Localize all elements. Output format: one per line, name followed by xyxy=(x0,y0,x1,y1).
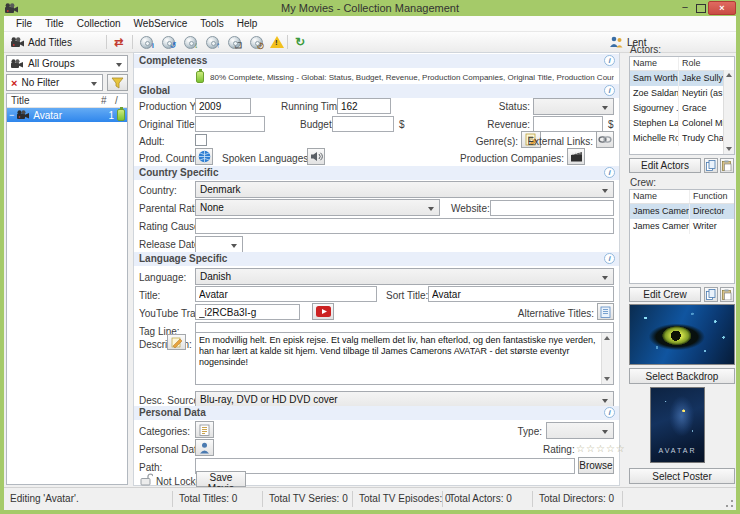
scroll-up-icon[interactable] xyxy=(604,336,610,340)
type-dropdown[interactable] xyxy=(546,422,614,439)
title-label: Title: xyxy=(139,290,160,301)
personal-data-button[interactable] xyxy=(195,439,214,456)
info-icon[interactable]: i xyxy=(604,55,615,66)
menu-tools[interactable]: Tools xyxy=(200,18,223,29)
alternative-titles-button[interactable] xyxy=(597,303,614,320)
menu-collection[interactable]: Collection xyxy=(77,18,121,29)
spoken-languages-button[interactable] xyxy=(307,148,325,165)
warning-icon[interactable]: ! xyxy=(267,34,287,50)
budget-field[interactable] xyxy=(332,116,394,132)
description-field[interactable]: En modvillig helt. En episk rejse. Et va… xyxy=(195,332,614,385)
edit-filter-button[interactable] xyxy=(107,74,128,91)
resize-grip[interactable] xyxy=(726,500,733,507)
crew-col-function[interactable]: Function xyxy=(690,190,734,203)
disc-profile-icon[interactable]: i xyxy=(137,34,156,50)
copy-actors-button[interactable] xyxy=(704,158,718,173)
crew-col-name[interactable]: Name xyxy=(630,190,690,203)
rating-cause-field[interactable] xyxy=(195,218,614,234)
scroll-down-icon[interactable] xyxy=(604,377,610,381)
poster-image: AVATAR xyxy=(650,387,705,463)
adult-checkbox[interactable] xyxy=(195,134,207,146)
disc-sync-icon[interactable]: ↺ xyxy=(159,34,178,50)
prod-countries-button[interactable] xyxy=(195,148,213,165)
import-icon[interactable]: ⇄ xyxy=(111,34,126,50)
edit-actors-button[interactable]: Edit Actors xyxy=(629,158,701,173)
scroll-up-icon[interactable] xyxy=(726,73,732,77)
save-movie-button[interactable]: Save Movie xyxy=(196,471,246,487)
actor-row[interactable]: Michelle Ro...Trudy Chacon xyxy=(630,131,734,146)
actors-col-role[interactable]: Role xyxy=(679,57,734,70)
browse-button[interactable]: Browse xyxy=(578,457,614,474)
column-flag[interactable]: / xyxy=(115,95,118,106)
status-total-actors: Total Actors: 0 xyxy=(449,493,512,504)
external-links-button[interactable] xyxy=(596,131,614,148)
status-bar: Editing 'Avatar'. Total Titles: 0 Total … xyxy=(4,487,736,510)
filter-dropdown[interactable]: × No Filter xyxy=(6,74,103,91)
actor-row[interactable]: Zoe SaldanaNeytiri (as Z... xyxy=(630,86,734,101)
disc-download-icon[interactable]: ↓ xyxy=(181,34,200,50)
rating-stars[interactable]: ☆☆☆☆☆ xyxy=(576,443,626,454)
actor-row[interactable]: Sigourney ...Grace xyxy=(630,101,734,116)
edit-description-button[interactable] xyxy=(167,334,186,350)
edit-crew-button[interactable]: Edit Crew xyxy=(629,287,701,302)
completeness-battery-icon xyxy=(117,109,125,121)
copy-crew-button[interactable] xyxy=(704,287,718,302)
crew-table-header[interactable]: Name Function xyxy=(630,190,734,204)
maximize-button[interactable] xyxy=(696,4,706,13)
crew-row[interactable]: James CameronDirector xyxy=(630,204,734,219)
tree-expander-icon[interactable]: − xyxy=(9,110,14,120)
language-dropdown[interactable]: Danish xyxy=(195,268,614,285)
youtube-button[interactable] xyxy=(312,303,334,320)
disc-upload-icon[interactable]: ↑ xyxy=(203,34,222,50)
minimize-button[interactable]: − xyxy=(678,1,692,14)
production-companies-button[interactable] xyxy=(567,148,585,165)
crew-row[interactable]: James CameronWriter xyxy=(630,219,734,234)
select-backdrop-button[interactable]: Select Backdrop xyxy=(629,368,735,384)
paste-crew-button[interactable] xyxy=(720,287,734,302)
scroll-down-icon[interactable] xyxy=(726,147,732,151)
add-titles-button[interactable]: Add Titles xyxy=(8,34,75,50)
toolbar: Add Titles ⇄ i ↺ ↓ ↑ ❏ ◴ ! ↻ Title Filte… xyxy=(4,32,736,53)
youtube-trailer-field[interactable] xyxy=(195,304,300,320)
revenue-field[interactable] xyxy=(533,116,603,132)
paste-actors-button[interactable] xyxy=(720,158,734,173)
parental-rating-dropdown[interactable]: None xyxy=(195,199,440,216)
info-icon[interactable]: i xyxy=(604,253,615,264)
original-title-field[interactable] xyxy=(195,116,265,132)
actors-col-name[interactable]: Name xyxy=(630,57,679,70)
section-header-completeness: Completeness i xyxy=(134,54,619,68)
title-field[interactable] xyxy=(195,286,377,302)
close-button[interactable]: × xyxy=(708,1,736,15)
menu-file[interactable]: File xyxy=(16,18,32,29)
production-year-field[interactable] xyxy=(195,98,251,114)
actor-row[interactable]: Stephen LangColonel Mile... xyxy=(630,116,734,131)
info-icon[interactable]: i xyxy=(604,167,615,178)
actors-scrollbar[interactable] xyxy=(723,70,734,154)
menu-webservice[interactable]: WebService xyxy=(134,18,188,29)
path-field[interactable] xyxy=(195,458,575,474)
menu-help[interactable]: Help xyxy=(237,18,258,29)
disc-copy-icon[interactable]: ❏ xyxy=(225,34,244,50)
menu-title[interactable]: Title xyxy=(45,18,64,29)
groups-dropdown[interactable]: All Groups xyxy=(6,55,128,72)
actors-table-header[interactable]: Name Role xyxy=(630,57,734,71)
info-icon[interactable]: i xyxy=(604,407,615,418)
website-field[interactable] xyxy=(490,200,614,216)
refresh-icon[interactable]: ↻ xyxy=(292,34,308,50)
running-time-field[interactable] xyxy=(337,98,391,114)
status-dropdown[interactable] xyxy=(533,98,614,115)
sort-title-field[interactable] xyxy=(428,286,614,302)
title-list-header[interactable]: Title # / xyxy=(7,94,127,108)
column-count[interactable]: # xyxy=(101,95,107,106)
actor-row[interactable]: Sam Worthi...Jake Sully xyxy=(630,71,734,86)
chevron-down-icon xyxy=(231,244,237,248)
release-date-picker[interactable] xyxy=(195,236,243,253)
title-list-item-avatar[interactable]: − Avatar 1 xyxy=(7,108,127,122)
description-scrollbar[interactable] xyxy=(601,333,613,384)
categories-button[interactable] xyxy=(195,421,214,438)
country-dropdown[interactable]: Denmark xyxy=(195,181,614,198)
select-poster-button[interactable]: Select Poster xyxy=(629,468,735,484)
info-icon[interactable]: i xyxy=(604,85,615,96)
column-title[interactable]: Title xyxy=(11,95,30,106)
disc-schedule-icon[interactable]: ◴ xyxy=(247,34,266,50)
